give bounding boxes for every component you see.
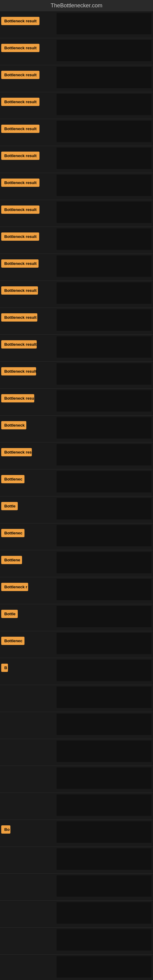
list-item: Bottlene	[0, 550, 153, 577]
bottleneck-result-badge[interactable]: Bottleneck result	[1, 259, 38, 268]
list-item: Bottleneck result	[0, 200, 153, 227]
bottleneck-result-badge[interactable]: Bottleneck result	[1, 313, 37, 321]
list-item	[0, 685, 153, 712]
site-header: TheBottlenecker.com	[0, 0, 153, 11]
list-item: Bottleneck r	[0, 577, 153, 604]
bottleneck-result-badge[interactable]: Bottle	[1, 610, 18, 618]
list-item: Bottleneck result	[0, 146, 153, 173]
chart-area	[57, 794, 151, 816]
list-item: Bottleneck resu	[0, 389, 153, 415]
chart-area	[57, 552, 151, 573]
bottleneck-result-badge[interactable]: Bottleneck resu	[1, 394, 34, 402]
list-item: Bottleneck res	[0, 442, 153, 469]
list-item	[0, 712, 153, 739]
bottleneck-result-badge[interactable]: Bottleneck result	[1, 205, 40, 214]
chart-area	[57, 13, 151, 34]
list-item: Bottleneck result	[0, 38, 153, 65]
list-item: Bottleneck result	[0, 281, 153, 308]
bottleneck-result-badge[interactable]: Bottle	[1, 502, 18, 510]
chart-area	[57, 660, 151, 681]
list-item	[0, 739, 153, 766]
bottleneck-result-badge[interactable]: Bottleneck res	[1, 448, 32, 456]
chart-area	[57, 255, 151, 277]
chart-area	[57, 229, 151, 250]
chart-area	[57, 606, 151, 627]
bottleneck-result-badge[interactable]: Bottlenec	[1, 475, 24, 483]
chart-area	[57, 40, 151, 61]
chart-area	[57, 767, 151, 789]
list-item: Bottle	[0, 496, 153, 523]
list-item: Bottlenec	[0, 631, 153, 658]
list-item: Bottleneck result	[0, 227, 153, 254]
chart-area	[57, 363, 151, 385]
bottleneck-result-badge[interactable]: Bottleneck result	[1, 125, 40, 133]
bottleneck-result-badge[interactable]: Bottlene	[1, 556, 22, 564]
chart-area	[57, 336, 151, 358]
chart-area	[57, 929, 151, 951]
chart-area	[57, 121, 151, 142]
list-item	[0, 847, 153, 874]
list-item: Bottleneck result	[0, 254, 153, 281]
chart-area	[57, 848, 151, 870]
bottleneck-result-badge[interactable]: Bottleneck result	[1, 178, 40, 187]
list-item	[0, 766, 153, 793]
list-item: Bottleneck result	[0, 92, 153, 119]
chart-area	[57, 740, 151, 762]
chart-area	[57, 579, 151, 600]
list-item: Bottleneck result	[0, 119, 153, 146]
chart-area	[57, 94, 151, 115]
bottleneck-result-badge[interactable]: Bottleneck result	[1, 151, 40, 160]
chart-area	[57, 175, 151, 196]
chart-area	[57, 390, 151, 412]
list-item: Bottlenec	[0, 523, 153, 550]
chart-area	[57, 148, 151, 169]
list-item	[0, 928, 153, 955]
list-item	[0, 874, 153, 901]
bottleneck-result-badge[interactable]: Bottlenec	[1, 637, 24, 645]
chart-area	[57, 714, 151, 735]
list-item: Bottleneck result	[0, 11, 153, 38]
bottleneck-result-badge[interactable]: Bo	[1, 825, 10, 834]
chart-area	[57, 687, 151, 708]
chart-area	[57, 875, 151, 897]
chart-area	[57, 282, 151, 304]
bottleneck-result-badge[interactable]: Bottleneck result	[1, 367, 36, 375]
list-item: Bottle	[0, 604, 153, 631]
chart-area	[57, 417, 151, 439]
chart-area	[57, 444, 151, 466]
chart-area	[57, 498, 151, 519]
bottleneck-result-badge[interactable]: Bottleneck result	[1, 98, 40, 106]
bottleneck-result-badge[interactable]: Bottleneck result	[1, 286, 38, 294]
chart-area	[57, 821, 151, 843]
list-item	[0, 901, 153, 928]
chart-area	[57, 956, 151, 978]
bottleneck-result-badge[interactable]: B	[1, 663, 8, 672]
list-item: Bottleneck result	[0, 335, 153, 362]
chart-area	[57, 202, 151, 223]
chart-area	[57, 471, 151, 492]
bottleneck-result-badge[interactable]: Bottlenec	[1, 529, 24, 537]
list-item	[0, 955, 153, 980]
list-item: Bottlenec	[0, 469, 153, 496]
bottleneck-result-badge[interactable]: Bottleneck result	[1, 71, 40, 79]
list-item: B	[0, 658, 153, 685]
list-item: Bottleneck result	[0, 308, 153, 335]
chart-area	[57, 309, 151, 331]
list-item: Bottleneck	[0, 415, 153, 442]
bottleneck-result-badge[interactable]: Bottleneck result	[1, 17, 40, 25]
bottleneck-result-badge[interactable]: Bottleneck result	[1, 340, 37, 348]
bottleneck-result-badge[interactable]: Bottleneck r	[1, 583, 28, 591]
bottleneck-result-badge[interactable]: Bottleneck	[1, 421, 26, 430]
chart-area	[57, 633, 151, 654]
site-title: TheBottlenecker.com	[51, 2, 102, 9]
list-item	[0, 793, 153, 820]
chart-area	[57, 67, 151, 88]
bottleneck-result-badge[interactable]: Bottleneck result	[1, 232, 39, 241]
list-item: Bottleneck result	[0, 362, 153, 389]
list-item: Bottleneck result	[0, 65, 153, 92]
bottleneck-result-badge[interactable]: Bottleneck result	[1, 44, 40, 52]
chart-area	[57, 902, 151, 924]
list-item: Bottleneck result	[0, 173, 153, 200]
chart-area	[57, 525, 151, 546]
list-item: Bo	[0, 820, 153, 847]
